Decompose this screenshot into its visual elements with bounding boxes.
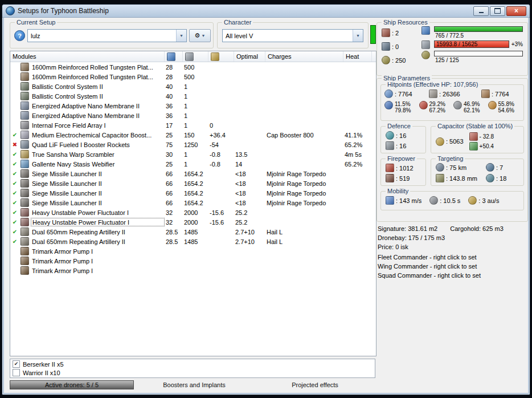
- module-optimal-value: <18: [234, 169, 265, 178]
- module-row[interactable]: ✔Heavy Unstable Power Fluctuator I322000…: [10, 217, 376, 227]
- module-icon: [19, 130, 31, 140]
- module-icon: [19, 91, 31, 101]
- module-optimal-value: <18: [234, 198, 265, 208]
- character-combobox[interactable]: All level V ▼: [222, 29, 363, 42]
- module-heat-value: [343, 256, 372, 266]
- module-heat-value: [343, 120, 372, 130]
- module-charge-value: [265, 256, 343, 266]
- module-heat-value: [343, 198, 372, 208]
- status-empty: [10, 91, 19, 101]
- module-cap-value: [208, 111, 234, 120]
- check-status-icon: ✔: [10, 149, 19, 159]
- volley-damage: : 1012: [386, 164, 425, 172]
- module-row[interactable]: Internal Force Field Array I1710: [10, 120, 376, 130]
- column-header-capacitor[interactable]: [208, 51, 234, 62]
- module-heat-value: 65.2%: [343, 159, 372, 169]
- explosive-armor-resist: 54.6%: [498, 107, 514, 113]
- column-header-cpu[interactable]: [165, 51, 183, 62]
- module-heat-value: [343, 237, 372, 246]
- column-header-heat[interactable]: Heat: [343, 51, 372, 62]
- module-row[interactable]: 1600mm Reinforced Rolled Tungsten Plat..…: [10, 72, 376, 82]
- close-button[interactable]: ×: [506, 6, 526, 16]
- module-name: Siege Missile Launcher II: [31, 188, 165, 198]
- dps-value: : 519: [396, 175, 410, 182]
- column-header-modules[interactable]: Modules: [10, 51, 165, 62]
- column-header-optimal[interactable]: Optimal: [234, 51, 265, 62]
- module-row[interactable]: ✔Medium Electrochemical Capacitor Boost.…: [10, 130, 376, 140]
- volley-icon: [386, 164, 394, 172]
- structure-hp: : 7764: [481, 90, 521, 98]
- module-icon: [19, 188, 31, 198]
- module-icon: [19, 246, 31, 256]
- module-row[interactable]: Trimark Armor Pump I: [10, 256, 376, 266]
- active-drones-gauge[interactable]: Active drones: 5 / 5: [10, 380, 134, 389]
- drone-list-item[interactable]: Warrior II x10: [10, 368, 375, 377]
- drone-label: Warrior II x10: [23, 369, 60, 376]
- module-row[interactable]: ✔Heavy Unstable Power Fluctuator I322000…: [10, 208, 376, 217]
- module-optimal-value: [234, 72, 265, 82]
- module-row[interactable]: Energized Adaptive Nano Membrane II361: [10, 101, 376, 111]
- modules-table: Modules Optimal Charges Heat 1600mm Rein…: [10, 51, 377, 356]
- fleet-commander-text[interactable]: Fleet Commander - right click to set: [378, 253, 527, 262]
- module-name: Trimark Armor Pump I: [31, 246, 165, 256]
- module-charge-value: Mjolnir Rage Torpedo: [265, 198, 343, 208]
- module-cap-value: [208, 246, 234, 256]
- module-row[interactable]: ✔Siege Missile Launcher II661654.2<18Mjo…: [10, 169, 376, 178]
- module-powergrid-value: [183, 266, 208, 275]
- column-header-charges[interactable]: Charges: [265, 51, 343, 62]
- drone-checkbox[interactable]: [13, 369, 20, 376]
- shield-icon: [384, 90, 393, 98]
- module-row[interactable]: ✔True Sansha Warp Scrambler301-0.813.54m…: [10, 149, 376, 159]
- module-cpu-value: 28: [165, 72, 183, 82]
- module-cap-value: [208, 72, 234, 82]
- module-row[interactable]: Ballistic Control System II401: [10, 82, 376, 91]
- info-panel: Signature: 381.61 m2Cargohold: 625 m3 Dr…: [378, 224, 527, 280]
- projected-effects-panel-header[interactable]: Projected effects: [255, 380, 375, 389]
- powergrid-overload-text: +3%: [511, 40, 523, 47]
- column-header-powergrid[interactable]: [183, 51, 208, 62]
- explosive-shield-resist: 55.8%: [498, 101, 514, 107]
- module-row[interactable]: Energized Adaptive Nano Membrane II361: [10, 111, 376, 120]
- module-cap-value: +36.4: [208, 130, 234, 140]
- speed-icon: [386, 196, 394, 205]
- wing-commander-text[interactable]: Wing Commander - right click to set: [378, 262, 527, 271]
- chevron-down-icon[interactable]: ▼: [353, 30, 363, 42]
- skills-indicator: [370, 25, 376, 44]
- module-row[interactable]: Trimark Armor Pump I: [10, 266, 376, 275]
- module-row[interactable]: 1600mm Reinforced Rolled Tungsten Plat..…: [10, 62, 376, 72]
- module-row[interactable]: Trimark Armor Pump I: [10, 246, 376, 256]
- minimize-button[interactable]: [473, 6, 489, 16]
- status-empty: [10, 101, 19, 111]
- module-row[interactable]: ✔Dual 650mm Repeating Artillery II28.514…: [10, 237, 376, 246]
- squad-commander-text[interactable]: Squad Commander - right click to set: [378, 271, 527, 280]
- module-charge-value: Cap Booster 800: [265, 130, 343, 140]
- module-powergrid-value: 500: [183, 72, 208, 82]
- module-powergrid-value: 1: [183, 101, 208, 111]
- drone-list-item[interactable]: ✔Berserker II x5: [10, 360, 375, 368]
- boosters-panel-header[interactable]: Boosters and Implants: [134, 380, 255, 389]
- setup-combobox[interactable]: lulz ▼: [27, 29, 187, 42]
- module-row[interactable]: ✔Siege Missile Launcher II661654.2<18Mjo…: [10, 178, 376, 188]
- calibration-icon: [421, 51, 430, 59]
- title-bar[interactable]: Setups for Typhoon Battleship ×: [2, 5, 530, 18]
- setup-tools-button[interactable]: ⚙ ▼: [189, 29, 211, 42]
- module-name: Dual 650mm Repeating Artillery II: [31, 227, 165, 237]
- ship-resources-label: Ship Resources: [382, 19, 429, 26]
- check-status-icon: ✔: [10, 198, 19, 208]
- module-row[interactable]: ✔Gallente Navy Stasis Webifier251-0.8146…: [10, 159, 376, 169]
- module-row[interactable]: ✖Quad LiF Fueled I Booster Rockets751250…: [10, 140, 376, 149]
- help-icon[interactable]: ?: [14, 30, 25, 41]
- module-optimal-value: [234, 140, 265, 149]
- module-row[interactable]: Ballistic Control System II401: [10, 91, 376, 101]
- module-cpu-value: [165, 266, 183, 275]
- turret-hardpoints-value: : 2: [392, 30, 399, 36]
- current-setup-label: Current Setup: [15, 19, 57, 26]
- chevron-down-icon[interactable]: ▼: [176, 30, 186, 42]
- module-row[interactable]: ✔Siege Missile Launcher II661654.2<18Mjo…: [10, 188, 376, 198]
- cap-drain-icon: [469, 132, 478, 141]
- drone-checkbox[interactable]: ✔: [13, 360, 20, 368]
- module-row[interactable]: ✔Siege Missile Launcher II661654.2<18Mjo…: [10, 198, 376, 208]
- module-row[interactable]: ✔Dual 650mm Repeating Artillery II28.514…: [10, 227, 376, 237]
- maximize-button[interactable]: [490, 6, 505, 16]
- modules-list: 1600mm Reinforced Rolled Tungsten Plat..…: [10, 62, 376, 275]
